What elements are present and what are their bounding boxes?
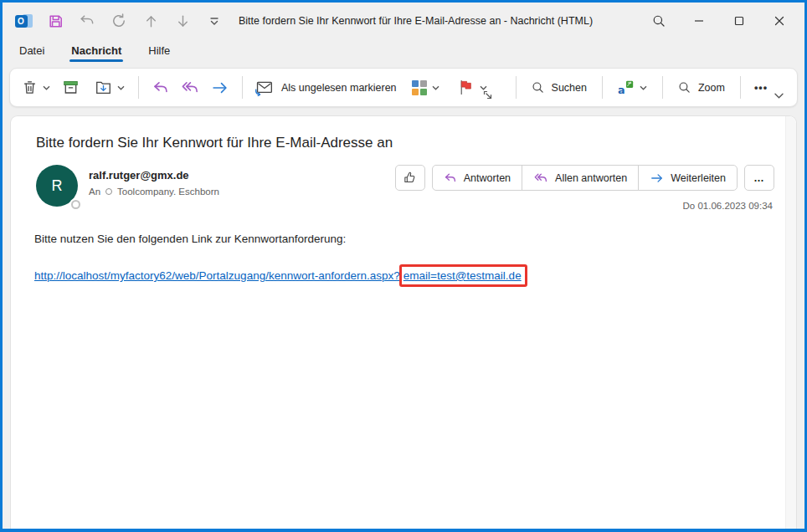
forward-icon [211, 80, 229, 95]
up-arrow-icon[interactable] [141, 12, 160, 30]
reply-icon [152, 80, 169, 95]
outlook-message-window: O [0, 0, 807, 532]
recipient-name[interactable]: Toolcompany. Eschborn [117, 187, 219, 197]
ribbon-divider [662, 76, 663, 99]
reply-icon [444, 172, 457, 184]
recipient-presence-icon [105, 188, 112, 195]
to-label: An [89, 187, 100, 197]
ribbon: Als ungelesen markieren [3, 67, 804, 115]
message-header: R ralf.rutger@gmx.de An Toolcompany. Esc… [36, 165, 774, 211]
search-icon[interactable] [639, 5, 679, 37]
reply-all-icon [181, 80, 199, 95]
chevron-down-icon [117, 85, 125, 90]
thumbs-up-icon [403, 171, 417, 185]
ellipsis-icon: … [753, 172, 765, 184]
close-button[interactable] [759, 5, 799, 37]
highlight-annotation-box: email=test@testmail.de [399, 264, 527, 287]
reply-all-button[interactable] [181, 80, 199, 95]
reply-button[interactable] [152, 80, 169, 95]
categorize-button[interactable] [412, 80, 439, 95]
outlook-app-icon: O [14, 12, 33, 30]
minimize-button[interactable] [679, 5, 719, 37]
translate-icon: a [617, 79, 635, 96]
quick-access-toolbar: O [14, 12, 224, 30]
password-request-link[interactable]: http://localhost/myfactory62/web/Portalz… [34, 269, 527, 282]
ribbon-search-button[interactable]: Suchen [531, 80, 587, 95]
zoom-magnifier-icon [677, 80, 691, 95]
more-actions-button[interactable]: … [744, 165, 774, 191]
unread-envelope-icon [254, 79, 274, 96]
title-bar: O [3, 3, 804, 39]
reply-all-icon [533, 172, 548, 184]
trash-icon [22, 79, 38, 95]
window-title: Bitte fordern Sie Ihr Kennwort für Ihre … [239, 15, 593, 27]
mark-unread-button[interactable]: Als ungelesen markieren [254, 79, 397, 96]
reply-label: Antworten [464, 172, 511, 184]
ribbon-divider [242, 76, 243, 99]
move-to-folder-button[interactable] [95, 79, 125, 95]
search-icon [531, 80, 545, 95]
svg-text:a: a [618, 84, 625, 96]
mark-unread-label: Als ungelesen markieren [281, 82, 397, 94]
ribbon-divider [516, 76, 517, 99]
forward-button-header[interactable]: Weiterleiten [638, 165, 738, 191]
archive-icon [62, 79, 80, 95]
message-body: Bitte nutzen Sie den folgenden Link zur … [34, 233, 774, 282]
message-subject: Bitte fordern Sie Ihr Kennwort für Ihre … [36, 135, 774, 151]
menu-bar: Datei Nachricht Hilfe [3, 39, 804, 67]
sender-avatar[interactable]: R [36, 165, 78, 207]
categorize-icon [412, 80, 427, 95]
archive-button[interactable] [62, 79, 80, 95]
chevron-down-icon [640, 85, 647, 90]
chevron-down-icon [432, 85, 439, 90]
menu-item-nachricht[interactable]: Nachricht [71, 44, 121, 62]
tags-dialog-launcher-icon[interactable] [483, 88, 492, 103]
menu-item-datei[interactable]: Datei [19, 44, 44, 62]
translate-button[interactable]: a [617, 79, 647, 96]
search-label: Suchen [552, 82, 587, 94]
collapse-ribbon-icon[interactable] [774, 87, 784, 102]
presence-indicator-icon [71, 200, 80, 209]
chevron-down-icon [43, 85, 50, 90]
reply-button-header[interactable]: Antworten [432, 165, 522, 191]
ribbon-divider [138, 76, 139, 99]
flag-icon [458, 79, 473, 95]
delete-button[interactable] [22, 79, 50, 95]
message-date: Do 01.06.2023 09:34 [683, 201, 774, 211]
sender-email[interactable]: ralf.rutger@gmx.de [89, 169, 219, 182]
reply-all-button-header[interactable]: Allen antworten [522, 165, 639, 191]
zoom-button[interactable]: Zoom [677, 80, 725, 95]
like-button[interactable] [395, 165, 425, 191]
undo-icon[interactable] [78, 12, 96, 30]
more-commands-icon[interactable]: ••• [754, 82, 768, 94]
menu-item-hilfe[interactable]: Hilfe [148, 44, 170, 62]
down-arrow-icon[interactable] [173, 12, 192, 30]
forward-icon [650, 172, 664, 184]
scrollbar[interactable] [785, 116, 796, 529]
message-pane: Bitte fordern Sie Ihr Kennwort für Ihre … [10, 115, 797, 529]
maximize-button[interactable] [719, 5, 759, 37]
forward-label: Weiterleiten [671, 172, 726, 184]
move-to-folder-icon [95, 79, 112, 95]
ribbon-card: Als ungelesen markieren [9, 68, 798, 107]
ribbon-divider [740, 76, 741, 99]
reply-all-label: Allen antworten [555, 172, 627, 184]
customize-quick-access-icon[interactable] [205, 12, 224, 30]
save-icon[interactable] [46, 12, 64, 30]
forward-button[interactable] [211, 80, 229, 95]
zoom-label: Zoom [698, 82, 725, 94]
ribbon-divider [602, 76, 603, 99]
body-intro-text: Bitte nutzen Sie den folgenden Link zur … [34, 233, 774, 245]
redo-icon[interactable] [110, 12, 128, 30]
